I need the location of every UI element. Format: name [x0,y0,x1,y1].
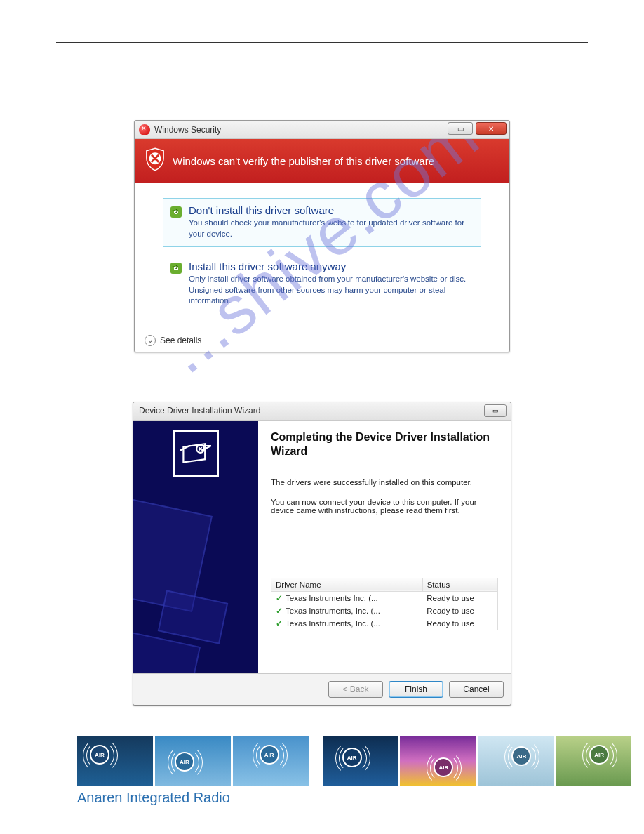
shield-error-icon [145,147,166,174]
arrow-right-icon [170,206,182,218]
package-icon [173,430,219,477]
table-row: ✓Texas Instruments, Inc. (... Ready to u… [271,604,498,617]
wizard-body: Completing the Device Driver Installatio… [133,421,511,674]
security-titlebar: Windows Security ▭ ✕ [135,121,509,139]
wizard-sidebar-graphic [133,421,258,673]
footer-photo: AIR [400,736,476,786]
error-circle-icon [139,124,150,135]
air-badge-icon: AIR [511,746,531,766]
close-button[interactable]: ✕ [476,122,507,135]
check-icon: ✓ [276,593,283,603]
table-row: ✓Texas Instruments, Inc. (... Ready to u… [271,617,498,630]
wizard-content: Completing the Device Driver Installatio… [258,421,511,673]
footer-photo: AIR [478,736,554,786]
finish-button[interactable]: Finish [389,681,443,698]
security-title-text: Windows Security [154,125,221,135]
driver-status: Ready to use [422,591,497,604]
option2-title: Install this driver software anyway [189,260,469,272]
security-banner-text: Windows can't verify the publisher of th… [173,155,434,167]
air-badge-icon: AIR [175,752,194,772]
photo-row: AIR AIR AIR AIR AIR AIR AIR [77,736,631,786]
option-dont-install[interactable]: Don't install this driver software You s… [163,198,481,247]
driver-table: Driver Name Status ✓Texas Instruments In… [271,578,498,630]
cancel-button[interactable]: Cancel [449,681,504,698]
help-button[interactable]: ▭ [448,122,473,135]
arrow-right-icon [170,263,182,274]
footer-photo: AIR [556,736,631,786]
brand-text: Anaren Integrated Radio [77,790,631,806]
wizard-paragraph-1: The drivers were successfully installed … [271,478,498,486]
footer-photo: AIR [77,736,153,786]
chevron-down-icon[interactable]: ⌄ [145,335,156,346]
option1-title: Don't install this driver software [189,204,469,216]
air-badge-icon: AIR [434,757,453,777]
wizard-heading: Completing the Device Driver Installatio… [271,430,498,458]
air-badge-icon: AIR [90,745,109,764]
security-banner: Windows can't verify the publisher of th… [135,139,509,183]
top-divider [56,42,588,43]
air-badge-icon: AIR [589,745,609,764]
option1-desc: You should check your manufacturer's web… [189,218,469,239]
col-driver-name: Driver Name [271,578,423,591]
table-row: ✓Texas Instruments Inc. (... Ready to us… [271,591,498,604]
security-footer: ⌄ See details [135,329,509,352]
wizard-paragraph-2: You can now connect your device to this … [271,498,498,515]
footer-photo: AIR [323,736,398,786]
back-button: < Back [328,681,383,698]
driver-name: Texas Instruments, Inc. (... [286,607,380,615]
document-page: Windows Security ▭ ✕ Windows can't verif… [0,0,644,706]
driver-name: Texas Instruments, Inc. (... [286,619,380,628]
air-badge-icon: AIR [342,748,362,767]
footer-photo: AIR [155,736,231,786]
option2-desc: Only install driver software obtained fr… [189,274,469,307]
option-install-anyway[interactable]: Install this driver software anyway Only… [163,254,481,315]
driver-name: Texas Instruments Inc. (... [286,594,378,602]
driver-wizard-dialog: Device Driver Installation Wizard ▭ [133,402,511,706]
footer-strip: AIR AIR AIR AIR AIR AIR AIR Anaren Integ… [77,736,631,806]
help-button[interactable]: ▭ [484,404,507,417]
check-icon: ✓ [276,606,283,616]
photo-gap [311,736,321,786]
see-details-link[interactable]: See details [160,336,201,345]
air-badge-icon: AIR [260,745,279,764]
driver-status: Ready to use [422,617,497,630]
wizard-titlebar: Device Driver Installation Wizard ▭ [133,402,511,421]
security-body: Don't install this driver software You s… [135,183,509,329]
wizard-footer: < Back Finish Cancel [133,674,511,705]
footer-photo: AIR [233,736,309,786]
check-icon: ✓ [276,618,283,628]
windows-security-dialog: Windows Security ▭ ✕ Windows can't verif… [134,120,510,352]
wizard-title-text: Device Driver Installation Wizard [139,406,260,416]
driver-status: Ready to use [422,604,497,617]
col-status: Status [422,578,497,591]
window-buttons: ▭ ✕ [448,122,507,135]
